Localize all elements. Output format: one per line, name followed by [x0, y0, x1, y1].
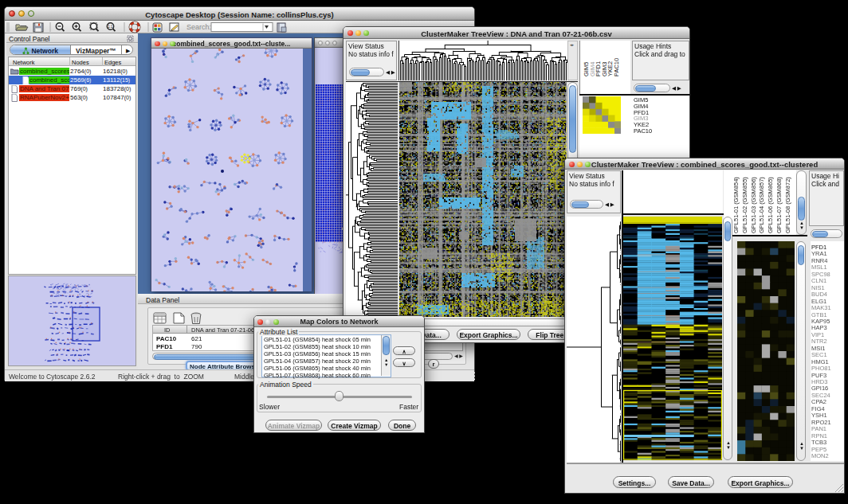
svg-text:1:1: 1:1 [108, 25, 113, 29]
svg-text:Search:: Search: [186, 23, 211, 31]
